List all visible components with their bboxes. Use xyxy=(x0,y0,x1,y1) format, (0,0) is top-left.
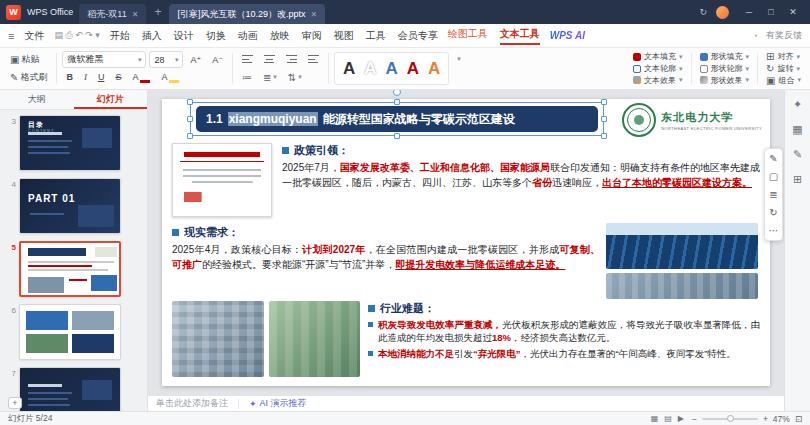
text-style-preset-3[interactable]: A xyxy=(385,60,397,77)
resize-handle[interactable] xyxy=(601,133,607,139)
menu-开始[interactable]: 开始 xyxy=(110,29,130,43)
text-style-preset-2[interactable]: A xyxy=(364,60,376,77)
resize-handle[interactable] xyxy=(187,116,193,122)
ai-recommend-tab[interactable]: ✦AI 演示推荐 xyxy=(249,397,307,410)
slide-sorter-icon[interactable]: ▤ xyxy=(664,414,672,423)
tab-document[interactable]: [引寒]风光互联（10.29）改.pptx ✕ xyxy=(169,4,325,24)
title-textbox-selection[interactable]: 1.1 xiangmuqiyuan 能源转型国家战略与零碳示范区建设 xyxy=(190,102,604,136)
shape-icon[interactable]: ▢ xyxy=(769,171,778,182)
new-slide-button[interactable]: + xyxy=(8,397,22,409)
menu-绘图工具[interactable]: 绘图工具 xyxy=(448,27,488,45)
text-fill-button[interactable]: 文本填充▾ xyxy=(630,51,686,63)
ai-assistant-icon[interactable]: ✦ xyxy=(793,98,802,111)
slide-thumbnail-7[interactable] xyxy=(19,367,121,411)
hamburger-icon[interactable]: ≡ xyxy=(8,30,14,42)
more-icon[interactable]: ⋯ xyxy=(769,225,779,236)
decrease-font-button[interactable]: A⁻ xyxy=(208,51,227,68)
zoom-slider[interactable] xyxy=(702,418,758,420)
new-tab-icon[interactable]: + xyxy=(154,5,161,19)
menu-wps-ai[interactable]: WPS AI xyxy=(550,30,585,41)
shape-outline-button[interactable]: 形状轮廓▾ xyxy=(697,63,753,75)
maximize-button[interactable]: □ xyxy=(760,7,782,17)
bell-icon[interactable]: ◔ xyxy=(753,31,758,41)
justify-button[interactable] xyxy=(304,51,323,68)
slide-title[interactable]: 1.1 xiangmuqiyuan 能源转型国家战略与零碳示范区建设 xyxy=(196,106,598,132)
menu-file[interactable]: 文件 xyxy=(24,29,44,43)
text-outline-button[interactable]: 文本轮廓▾ xyxy=(630,63,686,75)
slide-thumbnail-3[interactable]: 目录CONTENT xyxy=(19,115,121,171)
shape-effect-button[interactable]: 形状效果▾ xyxy=(697,74,753,86)
slide[interactable]: 1.1 xiangmuqiyuan 能源转型国家战略与零碳示范区建设 东北电力大… xyxy=(162,99,770,386)
italic-button[interactable]: I xyxy=(80,69,91,86)
edit-icon[interactable]: ✎ xyxy=(769,153,777,164)
resize-handle[interactable] xyxy=(394,133,400,139)
menu-放映[interactable]: 放映 xyxy=(270,29,290,43)
align-objects-button[interactable]: ⊞对齐▾ xyxy=(763,51,804,63)
menu-动画[interactable]: 动画 xyxy=(238,29,258,43)
menu-插入[interactable]: 插入 xyxy=(142,29,162,43)
text-style-preset-1[interactable]: A xyxy=(343,60,355,77)
user-avatar[interactable] xyxy=(716,6,729,19)
align-left-button[interactable] xyxy=(238,51,257,68)
increase-font-button[interactable]: A⁺ xyxy=(186,51,205,68)
slide-thumbnail-4[interactable]: PART 01 xyxy=(19,178,121,234)
slide-thumbnail-6[interactable] xyxy=(19,304,121,360)
minimize-button[interactable]: ─ xyxy=(738,7,760,17)
fit-slide-icon[interactable]: ⊡ xyxy=(795,414,802,424)
quick-access-icons[interactable]: ▤ ⎙ ↶ ↷ ▾ xyxy=(54,30,99,41)
font-size-select[interactable]: 28▾ xyxy=(149,51,183,68)
resize-handle[interactable] xyxy=(187,99,193,105)
bullet-list-button[interactable]: ≔ xyxy=(238,69,256,86)
highlight-color-button[interactable]: A xyxy=(157,69,183,86)
list-icon[interactable]: ≣ xyxy=(769,189,777,200)
close-button[interactable]: ✕ xyxy=(782,7,804,17)
rotate-button[interactable]: ↻旋转▾ xyxy=(763,63,804,75)
menu-工具[interactable]: 工具 xyxy=(366,29,386,43)
resize-handle[interactable] xyxy=(394,99,400,105)
tab-home[interactable]: 稻壳-双11 ✕ xyxy=(79,4,146,24)
menu-视图[interactable]: 视图 xyxy=(334,29,354,43)
resize-handle[interactable] xyxy=(601,116,607,122)
play-slideshow-icon[interactable]: ▶ xyxy=(678,414,684,423)
group-button[interactable]: ▣组合▾ xyxy=(763,74,804,86)
zoom-in-button[interactable]: + xyxy=(763,414,768,424)
zoom-out-button[interactable]: − xyxy=(692,414,697,424)
text-effect-button[interactable]: 文本效果▾ xyxy=(630,74,686,86)
animation-icon[interactable]: ✎ xyxy=(793,148,802,161)
align-center-button[interactable] xyxy=(260,51,279,68)
close-tab-icon[interactable]: ✕ xyxy=(310,10,317,19)
slide-thumbnail-5[interactable] xyxy=(19,241,121,297)
panel-tab-幻灯片[interactable]: 幻灯片 xyxy=(74,90,148,109)
menu-设计[interactable]: 设计 xyxy=(174,29,194,43)
rotate-handle[interactable] xyxy=(393,90,401,96)
notes-placeholder[interactable]: 单击此处添加备注 xyxy=(156,397,228,410)
font-color-button[interactable]: A xyxy=(128,69,154,86)
menu-切换[interactable]: 切换 xyxy=(206,29,226,43)
text-direction-button[interactable]: ⇅▾ xyxy=(284,69,306,86)
underline-button[interactable]: U xyxy=(94,69,109,86)
format-painter-button[interactable]: ✎格式刷 xyxy=(6,69,51,86)
editing-canvas[interactable]: 1.1 xiangmuqiyuan 能源转型国家战略与零碳示范区建设 东北电力大… xyxy=(148,90,784,395)
strikethrough-button[interactable]: S xyxy=(111,69,125,86)
resources-icon[interactable]: ⊞ xyxy=(793,173,802,186)
shape-fill-button[interactable]: 形状填充▾ xyxy=(697,51,753,63)
zoom-slider-knob[interactable] xyxy=(727,415,734,422)
align-right-button[interactable] xyxy=(282,51,301,68)
feedback-link[interactable]: 有奖反馈 xyxy=(766,29,802,42)
resize-handle[interactable] xyxy=(187,133,193,139)
menu-会员专享[interactable]: 会员专享 xyxy=(398,29,438,43)
sync-icon[interactable]: ↻ xyxy=(699,7,707,17)
text-style-preset-4[interactable]: A xyxy=(407,60,419,77)
line-spacing-button[interactable]: ≣▾ xyxy=(259,69,281,86)
menu-文本工具[interactable]: 文本工具 xyxy=(500,27,540,45)
more-styles-button[interactable]: ▾ xyxy=(453,50,465,67)
font-name-select[interactable]: 微软雅黑▾ xyxy=(62,51,146,68)
properties-icon[interactable]: ▦ xyxy=(792,123,802,136)
panel-tab-大纲[interactable]: 大纲 xyxy=(0,90,74,109)
resize-handle[interactable] xyxy=(601,99,607,105)
menu-审阅[interactable]: 审阅 xyxy=(302,29,322,43)
rotate-icon[interactable]: ↻ xyxy=(769,207,777,218)
normal-view-icon[interactable]: ▦ xyxy=(651,414,659,423)
bold-button[interactable]: B xyxy=(62,69,77,86)
close-tab-icon[interactable]: ✕ xyxy=(132,10,139,19)
